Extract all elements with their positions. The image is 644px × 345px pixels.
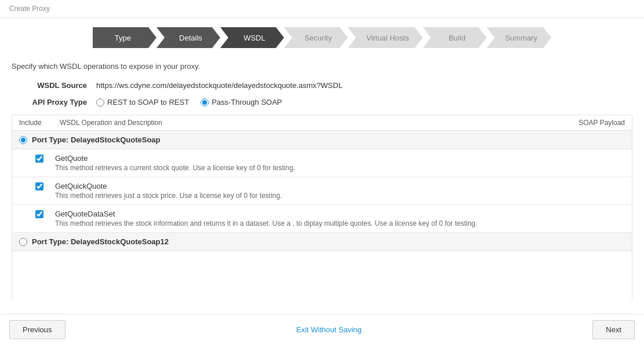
main-content: Specify which WSDL operations to expose … [0,56,644,300]
op-desc-3: This method retrieves the stock informat… [55,219,625,227]
op-details-2: GetQuickQuote This method retrieves just… [55,182,625,200]
step-build-label[interactable]: Build [423,27,486,48]
radio-pass-through-label: Pass-Through SOAP [212,98,282,107]
radio-rest-to-soap-input[interactable] [96,98,104,107]
port-type-label-1: Port Type: DelayedStockQuoteSoap [32,135,161,144]
radio-rest-to-soap-label: REST to SOAP to REST [107,98,189,107]
api-proxy-type-row: API Proxy Type REST to SOAP to REST Pass… [12,98,632,107]
step-virtual-hosts-label[interactable]: Virtual Hosts [348,27,423,48]
op-details-1: GetQuote This method retrieves a current… [55,154,625,172]
table-header: Include WSDL Operation and Description S… [12,115,632,131]
step-wsdl-label[interactable]: WSDL [220,27,284,48]
next-button[interactable]: Next [592,320,635,339]
col-wsdl-header: WSDL Operation and Description [60,119,555,127]
op-checkbox-3[interactable] [35,210,43,218]
step-details[interactable]: Details [157,27,220,48]
step-summary-label[interactable]: Summary [486,27,551,48]
step-details-label[interactable]: Details [157,27,220,48]
step-security-label[interactable]: Security [284,27,348,48]
col-soap-header: SOAP Payload [555,119,625,127]
port-type-radio-1[interactable] [19,136,27,144]
operation-row-3: GetQuoteDataSet This method retrieves th… [12,205,632,233]
op-desc-1: This method retrieves a current stock qu… [55,164,625,172]
port-type-row-1[interactable]: Port Type: DelayedStockQuoteSoap [12,131,632,149]
page-description: Specify which WSDL operations to expose … [12,62,632,71]
radio-rest-to-soap[interactable]: REST to SOAP to REST [96,98,189,107]
port-type-radio-2[interactable] [19,238,27,246]
op-details-3: GetQuoteDataSet This method retrieves th… [55,210,625,227]
operation-row-1: GetQuote This method retrieves a current… [12,149,632,177]
step-wsdl[interactable]: WSDL [220,27,284,48]
op-checkbox-2[interactable] [35,182,43,190]
op-checkbox-col-2 [35,182,55,192]
step-virtual-hosts[interactable]: Virtual Hosts [348,27,423,48]
operations-table: Include WSDL Operation and Description S… [12,115,632,300]
operation-row-2: GetQuickQuote This method retrieves just… [12,177,632,205]
steps-container: Type Details WSDL Security Virtual Hosts… [0,18,644,56]
col-include-header: Include [19,119,60,127]
port-type-label-2: Port Type: DelayedStockQuoteSoap12 [32,237,169,246]
radio-pass-through-input[interactable] [201,98,209,107]
op-name-2: GetQuickQuote [55,182,625,190]
port-type-row-2[interactable]: Port Type: DelayedStockQuoteSoap12 [12,233,632,251]
exit-without-saving-link[interactable]: Exit Without Saving [296,325,362,334]
radio-group: REST to SOAP to REST Pass-Through SOAP [96,98,282,107]
op-checkbox-1[interactable] [35,155,43,163]
step-security[interactable]: Security [284,27,348,48]
step-summary[interactable]: Summary [486,27,551,48]
op-name-3: GetQuoteDataSet [55,210,625,218]
step-type-label[interactable]: Type [93,27,157,48]
page-title: Create Proxy [0,0,644,18]
step-type[interactable]: Type [93,27,157,48]
radio-pass-through[interactable]: Pass-Through SOAP [201,98,282,107]
op-name-1: GetQuote [55,154,625,163]
wsdl-source-value: https://ws.cdyne.com/delayedstockquote/d… [96,81,343,90]
wsdl-source-label: WSDL Source [12,81,87,90]
op-checkbox-col-1 [35,154,55,164]
op-desc-2: This method retrieves just a stock price… [55,192,625,200]
op-checkbox-col-3 [35,210,55,220]
previous-button[interactable]: Previous [9,320,66,339]
footer: Previous Exit Without Saving Next [0,314,644,345]
wsdl-source-row: WSDL Source https://ws.cdyne.com/delayed… [12,81,632,90]
step-build[interactable]: Build [423,27,486,48]
api-proxy-type-label: API Proxy Type [12,98,87,107]
